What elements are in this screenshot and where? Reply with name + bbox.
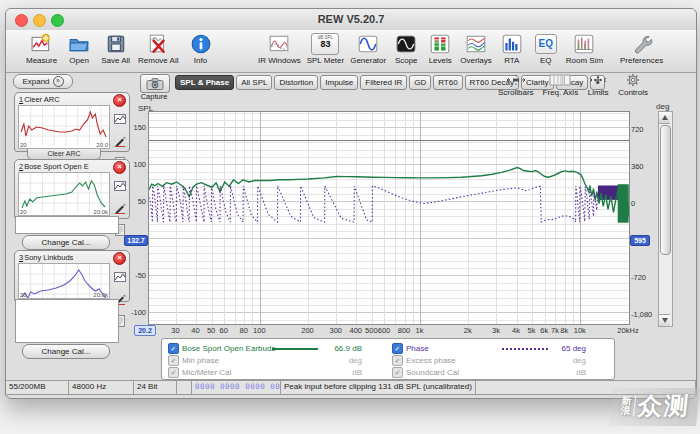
spl-axis-tick: 50 [118, 197, 146, 206]
freq-axis-tick: 10k [574, 326, 586, 335]
expand-icon: » [53, 76, 64, 87]
tab-filtered-ir[interactable]: Filtered IR [360, 75, 407, 90]
toolbar-open-label: Open [69, 56, 89, 65]
measurement-thumbnail[interactable]: 2020.0 [18, 105, 110, 149]
toolbar-eq-button[interactable]: EQEQ [532, 33, 560, 65]
freq-axis-tick: 20kHz [617, 326, 638, 335]
plot-area[interactable] [148, 111, 630, 325]
scroll-down-button[interactable] [659, 314, 670, 326]
toolbar-room-sim-button[interactable]: Room Sim [566, 33, 603, 65]
deg-axis-tick: 0 [631, 199, 661, 208]
legend-checkbox[interactable]: ✓ [392, 367, 403, 378]
freq-axis-tick: 4k [512, 326, 520, 335]
change-cal-button[interactable]: Change Cal... [22, 344, 110, 359]
controls-button[interactable]: Controls [618, 73, 648, 97]
change-cal-button[interactable]: Change Cal... [22, 235, 110, 250]
plot-scrollbar[interactable] [658, 111, 673, 327]
toolbar-rta-button[interactable]: RTA [498, 33, 526, 65]
toolbar-eq-label: EQ [540, 56, 552, 65]
toolbar-preferences-label: Preferences [620, 56, 663, 65]
spl-axis-tick: -50 [118, 271, 146, 280]
tab-gd[interactable]: GD [409, 75, 431, 90]
toolbar-spl-meter-button[interactable]: dB SPL83SPL Meter [307, 33, 345, 65]
freq-cursor-value[interactable]: 20.2 [134, 325, 156, 336]
legend-checkbox[interactable]: ✓ [168, 343, 179, 354]
main-toolbar: MeasureOpenSave AllRemove AllInfo IR Win… [6, 30, 696, 73]
freq-axis-tick: 200 [301, 326, 314, 335]
measurement-thumbnail[interactable]: 2020.0k [18, 263, 110, 299]
remove-measurement-icon[interactable]: × [113, 252, 126, 265]
tab-distortion[interactable]: Distortion [274, 75, 318, 90]
scrollbars-button[interactable]: Scrollbars [498, 73, 534, 97]
tab-impulse[interactable]: Impulse [320, 75, 358, 90]
deg-cursor-value[interactable]: 595 [630, 235, 650, 246]
toolbar-save-all-button[interactable]: Save All [101, 33, 130, 65]
spl-cursor-value[interactable]: 132.7 [124, 235, 148, 246]
toolbar-generator-button[interactable]: Generator [350, 33, 386, 65]
toolbar-overlays-label: Overlays [460, 56, 492, 65]
pen-icon[interactable] [114, 133, 126, 151]
toolbar-preferences-button[interactable]: Preferences [620, 33, 663, 65]
tab-spl-phase[interactable]: SPL & Phase [175, 75, 234, 90]
legend-value: deg [526, 356, 586, 365]
legend-value: dB [302, 368, 362, 377]
deg-axis-tick: 720 [631, 125, 661, 134]
rta-icon [501, 33, 523, 55]
toolbar-info-button[interactable]: Info [187, 33, 215, 65]
room-sim-icon [573, 33, 595, 55]
toolbar-ir-windows-label: IR Windows [258, 56, 301, 65]
notes-field[interactable] [15, 216, 119, 234]
scroll-up-button[interactable] [659, 112, 670, 124]
thumbnail-icon[interactable] [114, 178, 126, 196]
legend-checkbox[interactable]: ✓ [392, 343, 403, 354]
remove-measurement-icon[interactable]: × [113, 94, 126, 107]
freq-axis-button[interactable]: Freq. Axis [543, 73, 579, 97]
legend-value: deg [302, 356, 362, 365]
toolbar-scope-button[interactable]: Scope [392, 33, 420, 65]
overlays-icon [465, 33, 487, 55]
legend-label: Soundcard Cal [406, 368, 459, 377]
notes-field[interactable] [15, 299, 119, 343]
thumb-axis-min: 20 [20, 142, 27, 148]
toolbar-measure-button[interactable]: Measure [26, 33, 57, 65]
freq-axis-tick: 60 [220, 326, 228, 335]
window-title: REW V5.20.7 [6, 13, 696, 25]
measurement-thumbnail[interactable]: 2020.0k [18, 172, 110, 216]
limits-icon [587, 73, 609, 87]
remove-all-icon [147, 33, 169, 55]
toolbar-info-label: Info [194, 56, 207, 65]
toolbar-spl-meter-label: SPL Meter [307, 56, 345, 65]
graph-tools: ScrollbarsFreq. AxisLimitsControls [498, 73, 648, 97]
freq-axis-tick: 500 [365, 326, 378, 335]
expand-button[interactable]: Expand » [13, 74, 73, 89]
freq-axis-tick: 3k [492, 326, 500, 335]
status-bar: 55/200MB48000 Hz24 Bit0000 0000 0000 000… [6, 380, 696, 395]
expand-label: Expand [22, 77, 49, 86]
freq-axis-tick: 50 [207, 326, 215, 335]
toolbar-overlays-button[interactable]: Overlays [460, 33, 492, 65]
toolbar-remove-all-button[interactable]: Remove All [138, 33, 178, 65]
toolbar-levels-button[interactable]: Levels [426, 33, 454, 65]
freq-axis-tick: 7k [551, 326, 559, 335]
legend-label: Min phase [182, 356, 219, 365]
measurement-card[interactable]: 3Sony Linkbuds2020.0k× [14, 250, 130, 302]
levels-icon [429, 33, 451, 55]
legend-checkbox[interactable]: ✓ [168, 355, 179, 366]
scroll-thumb[interactable] [660, 125, 671, 255]
deg-axis-title: deg [656, 102, 669, 111]
measurement-card[interactable]: 1Cleer ARC2020.0×Cleer ARC [14, 92, 130, 152]
toolbar-ir-windows-button[interactable]: IR Windows [258, 33, 301, 65]
generator-icon [357, 33, 379, 55]
measurement-card[interactable]: 2Bose Sport Open E2020.0k× [14, 159, 130, 219]
legend-checkbox[interactable]: ✓ [168, 367, 179, 378]
tab-all-spl[interactable]: All SPL [236, 75, 272, 90]
save-all-icon [105, 33, 127, 55]
legend-checkbox[interactable]: ✓ [392, 355, 403, 366]
title-bar: REW V5.20.7 [6, 9, 696, 31]
controls-icon [626, 73, 640, 87]
capture-button[interactable] [140, 74, 170, 93]
toolbar-open-button[interactable]: Open [65, 33, 93, 65]
tab-rt60[interactable]: RT60 [433, 75, 462, 90]
limits-button[interactable]: Limits [587, 73, 609, 97]
scrollbars-label: Scrollbars [498, 88, 534, 97]
